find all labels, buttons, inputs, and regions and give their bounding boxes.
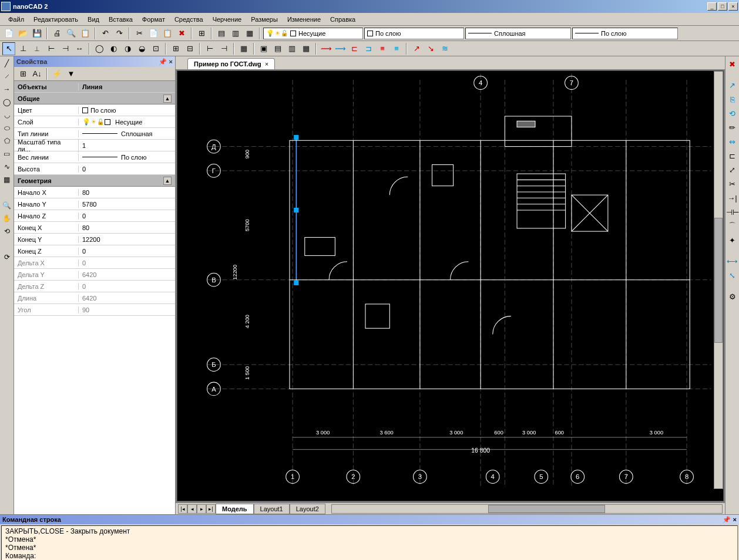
properties-button[interactable]: ⊞ <box>195 27 208 40</box>
regen-icon[interactable]: ⟳ <box>1 251 13 263</box>
document-tab[interactable]: Пример по ГОСТ.dwg × <box>187 58 275 69</box>
mod3-icon[interactable]: ⊏ <box>348 42 361 55</box>
minimize-button[interactable]: _ <box>707 2 717 11</box>
snap-app-icon[interactable]: ⊡ <box>149 42 162 55</box>
zoom-tool-icon[interactable]: 🔍 <box>1 200 13 211</box>
property-row[interactable]: Конец X80 <box>14 222 175 234</box>
delete-button[interactable]: ✖ <box>175 27 188 40</box>
move-icon[interactable]: ↗ <box>726 79 739 92</box>
block1-icon[interactable]: ▣ <box>257 42 270 55</box>
menu-Размеры[interactable]: Размеры <box>246 15 283 24</box>
property-row[interactable]: Масштаб типа ли...1 <box>14 140 175 151</box>
collapse-icon[interactable]: ▲ <box>163 95 172 103</box>
tab-prev-icon[interactable]: ◂ <box>187 504 197 514</box>
layout-tab-1[interactable]: Layout1 <box>254 504 290 514</box>
collapse-icon[interactable]: ▲ <box>163 177 172 185</box>
block2-icon[interactable]: ▤ <box>271 42 284 55</box>
dim1-icon[interactable]: ⊢ <box>203 42 216 55</box>
section-geometry[interactable]: Геометрия ▲ <box>14 175 175 187</box>
table-icon[interactable]: ▦ <box>237 42 250 55</box>
copy-obj-icon[interactable]: ⎘ <box>726 93 739 106</box>
lineweight-combo[interactable]: По слою <box>572 28 678 39</box>
layout-tab-model[interactable]: Модель <box>216 504 254 514</box>
block4-icon[interactable]: ▦ <box>300 42 313 55</box>
menu-Вставка[interactable]: Вставка <box>104 15 137 24</box>
polygon-tool-icon[interactable]: ⬠ <box>1 135 13 147</box>
cmd-close-icon[interactable]: × <box>733 516 737 524</box>
menu-Изменение[interactable]: Изменение <box>283 15 325 24</box>
trim-icon[interactable]: ✂ <box>726 177 739 190</box>
property-row[interactable]: Длина6420 <box>14 292 175 304</box>
property-row[interactable]: Дельта Y6420 <box>14 269 175 281</box>
property-row[interactable]: Конец Y12200 <box>14 234 175 245</box>
snap-perp-icon[interactable]: ◑ <box>121 42 134 55</box>
mirror-icon[interactable]: ⇔ <box>726 135 739 148</box>
cut-button[interactable]: ✂ <box>133 27 146 40</box>
print-button[interactable]: 🖨 <box>51 27 63 40</box>
new-button[interactable]: 📄 <box>2 27 15 40</box>
scale-icon[interactable]: ⤢ <box>726 163 739 176</box>
mod2-icon[interactable]: ⟿ <box>334 42 347 55</box>
undo-button[interactable]: ↶ <box>99 27 112 40</box>
menu-Редактировать[interactable]: Редактировать <box>29 15 83 24</box>
command-input[interactable]: ЗАКРЫТЬ,CLOSE - Закрыть документ*Отмена*… <box>1 525 738 560</box>
circle-tool-icon[interactable]: ◯ <box>1 96 13 108</box>
property-row[interactable]: Высота0 <box>14 163 175 175</box>
section-general[interactable]: Общие ▲ <box>14 93 175 104</box>
rotate-icon[interactable]: ⟲ <box>726 107 739 120</box>
rect-tool-icon[interactable]: ▭ <box>1 148 13 160</box>
pin-icon[interactable]: 📌 <box>159 58 167 66</box>
snap-node-icon[interactable]: ⊣ <box>59 42 72 55</box>
property-row[interactable]: Начало Y5780 <box>14 198 175 210</box>
tab-last-icon[interactable]: ▸| <box>206 504 216 514</box>
tab-next-icon[interactable]: ▸ <box>197 504 206 514</box>
mod1-icon[interactable]: ⟿ <box>320 42 332 55</box>
mod4-icon[interactable]: ⊐ <box>362 42 375 55</box>
break-icon[interactable]: ⊣⊢ <box>726 205 739 218</box>
hatch-tool-icon[interactable]: ▦ <box>1 174 13 185</box>
property-row[interactable]: Конец Z0 <box>14 245 175 257</box>
orbit-tool-icon[interactable]: ⟲ <box>1 225 13 237</box>
linetype-combo[interactable]: Сплошная <box>465 28 571 39</box>
drawing-viewport[interactable]: ДГВБА 4 7 12345678 900 5700 12200 4 200 … <box>177 70 724 501</box>
layer2-button[interactable]: ▥ <box>229 27 242 40</box>
ray-tool-icon[interactable]: → <box>1 83 13 95</box>
snap-endpoint-icon[interactable]: ⊥ <box>16 42 29 55</box>
tab-close-icon[interactable]: × <box>265 60 268 68</box>
prop-funnel-icon[interactable]: ▼ <box>65 68 78 80</box>
pan-tool-icon[interactable]: ✋ <box>1 212 13 224</box>
open-button[interactable]: 📂 <box>16 27 29 40</box>
property-row[interactable]: Начало X80 <box>14 187 175 198</box>
save-button[interactable]: 💾 <box>31 27 43 40</box>
menu-Вид[interactable]: Вид <box>83 15 104 24</box>
spline-tool-icon[interactable]: ∿ <box>1 161 13 173</box>
pin-icon[interactable]: 📌 <box>723 516 731 524</box>
arrow2-icon[interactable]: ↘ <box>424 42 437 55</box>
snap-midpoint-icon[interactable]: ⟂ <box>31 42 43 55</box>
layout-tab-2[interactable]: Layout2 <box>290 504 325 514</box>
prop-cat-icon[interactable]: ⊞ <box>16 68 29 80</box>
menu-Средства[interactable]: Средства <box>170 15 208 24</box>
dim2-icon[interactable]: ⊣ <box>217 42 230 55</box>
property-row[interactable]: Вес линииПо слою <box>14 151 175 163</box>
grid-icon[interactable]: ⊞ <box>169 42 182 55</box>
menu-Формат[interactable]: Формат <box>137 15 170 24</box>
property-row[interactable]: Дельта Z0 <box>14 281 175 292</box>
prop-alpha-icon[interactable]: A↓ <box>31 68 43 80</box>
snap-cursor-icon[interactable]: ↖ <box>2 42 15 55</box>
prop-filter-icon[interactable]: ⚡ <box>51 68 63 80</box>
arrow3-icon[interactable]: ≋ <box>438 42 451 55</box>
tab-first-icon[interactable]: |◂ <box>178 504 187 514</box>
ellipse-tool-icon[interactable]: ⬭ <box>1 122 13 134</box>
property-row[interactable]: Угол90 <box>14 304 175 316</box>
property-row[interactable]: Слой💡☀🔓Несущие <box>14 116 175 128</box>
mod6-icon[interactable]: ≡ <box>390 42 403 55</box>
close-button[interactable]: × <box>728 2 738 11</box>
property-row[interactable]: ЦветПо слою <box>14 104 175 116</box>
vertical-scrollbar[interactable] <box>714 71 723 489</box>
menu-Черчение[interactable]: Черчение <box>208 15 247 24</box>
fillet-icon[interactable]: ⌒ <box>726 220 739 232</box>
horizontal-scrollbar[interactable] <box>331 504 723 514</box>
layer-button[interactable]: ▤ <box>215 27 228 40</box>
block3-icon[interactable]: ▥ <box>285 42 298 55</box>
